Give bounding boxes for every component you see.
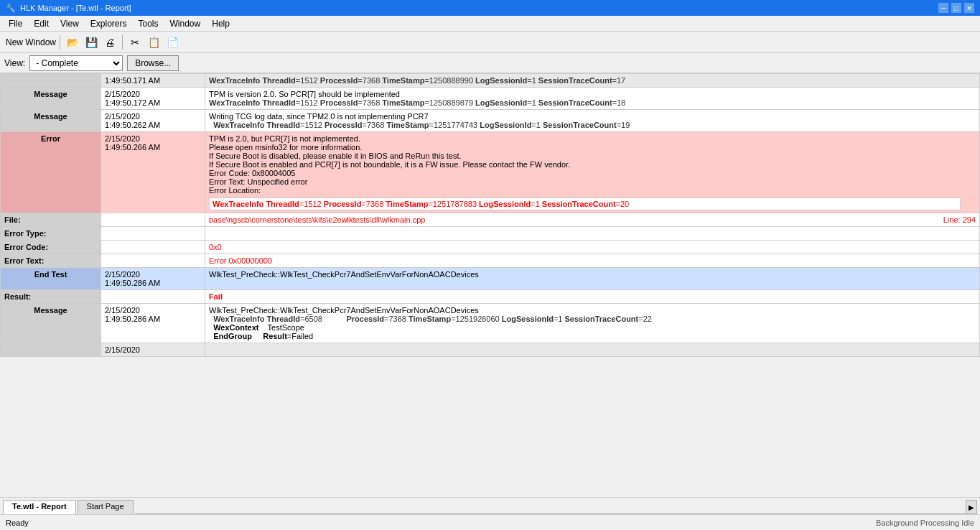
row-content: TPM is 2.0, but PCR[7] is not implemente…: [205, 132, 980, 213]
error-text-label: Error Text:: [1, 254, 101, 268]
partial-content: [205, 343, 980, 357]
print-button[interactable]: 🖨: [101, 34, 118, 51]
truncated-trace: WexTraceInfo ThreadId=1512 ProcessId=736…: [209, 76, 625, 85]
status-bar: Ready Background Processing Idle: [0, 514, 980, 530]
copy-button[interactable]: 📋: [145, 34, 162, 51]
truncated-time: 1:49:50.171 AM: [101, 74, 205, 88]
file-path: base\ngscb\cornerstone\tests\kits\e2ewlk…: [209, 215, 425, 224]
file-row: File: base\ngscb\cornerstone\tests\kits\…: [1, 213, 980, 227]
view-select[interactable]: - Complete - Errors Only - Warnings Only: [29, 55, 123, 71]
main-content[interactable]: 1:49:50.171 AM WexTraceInfo ThreadId=151…: [0, 73, 980, 498]
title-bar-controls: ─ □ ✕: [938, 3, 974, 13]
partial-type: [1, 343, 101, 357]
row-type: Message: [1, 110, 101, 132]
title-bar-left: 🔧 HLK Manager - [Te.wtl - Report]: [6, 4, 131, 13]
trace-info: WexTraceInfo ThreadId=1512 ProcessId=736…: [209, 98, 625, 107]
view-bar: View: - Complete - Errors Only - Warning…: [0, 53, 980, 73]
row-content: WlkTest_PreCheck::WlkTest_CheckPcr7AndSe…: [205, 268, 980, 290]
menu-window[interactable]: Window: [164, 17, 207, 30]
row-time: 2/15/20201:49:50.286 AM: [101, 268, 205, 290]
toolbar-separator-2: [122, 35, 123, 50]
line-number: Line: 294: [943, 215, 976, 224]
menu-bar: File Edit View Explorers Tools Window He…: [0, 16, 980, 32]
tab-bar: Te.wtl - Report Start Page ▶: [0, 497, 980, 514]
row-type: Message: [1, 304, 101, 343]
row-time: 2/15/20201:49:50.286 AM: [101, 304, 205, 343]
app-icon: 🔧: [6, 4, 16, 13]
table-row: Message 2/15/20201:49:50.262 AM Writing …: [1, 110, 980, 132]
window-title: HLK Manager - [Te.wtl - Report]: [20, 4, 131, 12]
result-time: [101, 290, 205, 304]
error-code-label: Error Code:: [1, 241, 101, 254]
row-type: End Test: [1, 268, 101, 290]
table-row: Message 2/15/20201:49:50.286 AM WlkTest_…: [1, 304, 980, 343]
file-label: File:: [1, 213, 101, 227]
status-text: Ready: [6, 519, 29, 527]
cut-button[interactable]: ✂: [126, 34, 144, 51]
trace-info: WexTraceInfo ThreadId=1512 ProcessId=736…: [209, 121, 630, 129]
result-row: Result: Fail: [1, 290, 980, 304]
row-content: Writing TCG log data, since TPM2.0 is no…: [205, 110, 980, 132]
menu-file[interactable]: File: [3, 17, 28, 30]
error-code-value: 0x0: [205, 241, 980, 254]
end-test-row: End Test 2/15/20201:49:50.286 AM WlkTest…: [1, 268, 980, 290]
partial-time: 2/15/2020: [101, 343, 205, 357]
report-table: 1:49:50.171 AM WexTraceInfo ThreadId=151…: [0, 73, 980, 357]
row-type: Error: [1, 132, 101, 213]
file-time: [101, 213, 205, 227]
trace-info: WexTraceInfo ThreadId=6508 ProcessId=736…: [209, 315, 652, 323]
error-type-row: Error Type:: [1, 227, 980, 241]
title-bar: 🔧 HLK Manager - [Te.wtl - Report] ─ □ ✕: [0, 0, 980, 16]
close-button[interactable]: ✕: [964, 3, 974, 13]
partial-row: 2/15/2020: [1, 343, 980, 357]
row-time: 2/15/20201:49:50.266 AM: [101, 132, 205, 213]
result-label: Result:: [1, 290, 101, 304]
row-time: 2/15/20201:49:50.262 AM: [101, 110, 205, 132]
status-right: Background Processing Idle: [876, 519, 974, 527]
menu-explorers[interactable]: Explorers: [85, 17, 133, 30]
new-window-label: New Window: [6, 37, 56, 47]
error-text: Error 0x00000000: [209, 256, 272, 265]
menu-edit[interactable]: Edit: [28, 17, 55, 30]
truncated-type: [1, 74, 101, 88]
error-text-value: Error 0x00000000: [205, 254, 980, 268]
truncated-content: WexTraceInfo ThreadId=1512 ProcessId=736…: [205, 74, 980, 88]
tab-report[interactable]: Te.wtl - Report: [3, 500, 76, 514]
error-type-time: [101, 227, 205, 241]
table-row: Message 2/15/20201:49:50.172 AM TPM is v…: [1, 88, 980, 110]
error-code: 0x0: [209, 243, 222, 251]
error-text-row: Error Text: Error 0x00000000: [1, 254, 980, 268]
row-content: TPM is version 2.0. So PCR[7] should be …: [205, 88, 980, 110]
error-row: Error 2/15/20201:49:50.266 AM TPM is 2.0…: [1, 132, 980, 213]
toolbar-separator-1: [60, 35, 60, 50]
menu-help[interactable]: Help: [206, 17, 235, 30]
browse-button[interactable]: Browse...: [127, 55, 179, 71]
error-code-row: Error Code: 0x0: [1, 241, 980, 254]
row-type: Message: [1, 88, 101, 110]
toolbar: New Window 📂 💾 🖨 ✂ 📋 📄: [0, 32, 980, 53]
menu-tools[interactable]: Tools: [133, 17, 164, 30]
error-trace: WexTraceInfo ThreadId=1512 ProcessId=736…: [213, 200, 629, 208]
maximize-button[interactable]: □: [951, 3, 961, 13]
open-button[interactable]: 📂: [64, 34, 81, 51]
menu-view[interactable]: View: [55, 17, 85, 30]
wex-context: WexContext TestScope: [209, 323, 304, 332]
paste-button[interactable]: 📄: [164, 34, 181, 51]
error-code-time: [101, 241, 205, 254]
truncated-row: 1:49:50.171 AM WexTraceInfo ThreadId=151…: [1, 74, 980, 88]
error-text-time: [101, 254, 205, 268]
save-button[interactable]: 💾: [83, 34, 100, 51]
view-label: View:: [4, 58, 25, 68]
end-group: EndGroup Result=Failed: [209, 332, 313, 340]
minimize-button[interactable]: ─: [938, 3, 948, 13]
file-value: base\ngscb\cornerstone\tests\kits\e2ewlk…: [205, 213, 980, 227]
error-type-label: Error Type:: [1, 227, 101, 241]
error-type-value: [205, 227, 980, 241]
tab-start-page[interactable]: Start Page: [78, 500, 134, 514]
result-text: Fail: [209, 292, 223, 301]
tab-spacer: [135, 500, 966, 514]
row-content: WlkTest_PreCheck::WlkTest_CheckPcr7AndSe…: [205, 304, 980, 343]
tab-scroll-right[interactable]: ▶: [966, 500, 977, 514]
result-value: Fail: [205, 290, 980, 304]
row-time: 2/15/20201:49:50.172 AM: [101, 88, 205, 110]
